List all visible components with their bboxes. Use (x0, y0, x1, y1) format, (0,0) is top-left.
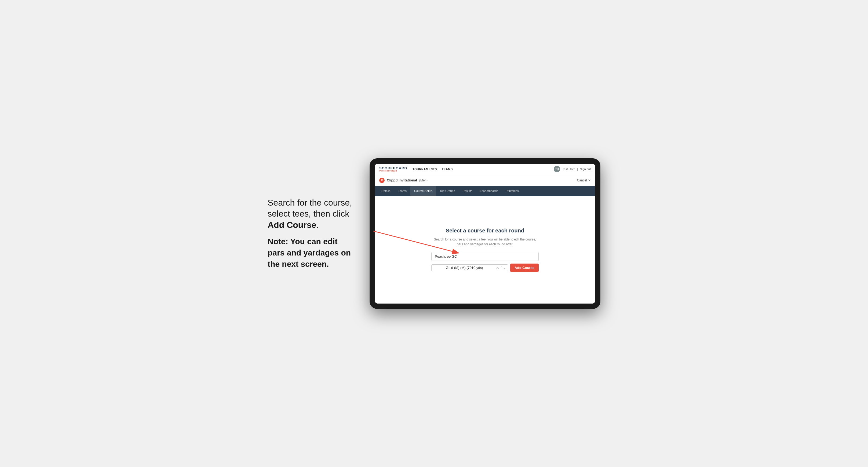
annotation-line2: Note: You can edit pars and yardages on … (268, 236, 353, 270)
tab-details[interactable]: Details (378, 186, 394, 196)
tee-select-text: Gold (M) (M) (7010 yds) (434, 266, 495, 270)
tournament-header: C Clippd Invitational (Men) Cancel ✕ (375, 175, 595, 186)
annotation-line1: Search for the course, select tees, then… (268, 197, 353, 231)
search-input-wrapper (431, 252, 539, 261)
tablet-device: SCOREBOARD Powered by clippd TOURNAMENTS… (370, 158, 600, 309)
tournament-name: Clippd Invitational (387, 178, 417, 182)
page-wrapper: Search for the course, select tees, then… (0, 148, 868, 320)
logo-area: SCOREBOARD Powered by clippd (379, 166, 407, 172)
annotation-area: Search for the course, select tees, then… (268, 197, 353, 270)
nav-right: TU Test User | Sign out (554, 166, 591, 172)
tab-leaderboards[interactable]: Leaderboards (476, 186, 502, 196)
card-title: Select a course for each round (431, 227, 539, 234)
logo-subtitle: Powered by clippd (379, 170, 407, 172)
user-label: Test User (562, 167, 575, 171)
cancel-button[interactable]: Cancel ✕ (577, 179, 591, 182)
tab-teams[interactable]: Teams (394, 186, 410, 196)
annotation-bold: Add Course (268, 220, 316, 230)
cancel-icon: ✕ (588, 179, 591, 182)
tee-select-control[interactable]: Gold (M) (M) (7010 yds) ✕ ⌃⌄ (431, 264, 508, 271)
logo-title: SCOREBOARD (379, 166, 407, 170)
tab-bar: Details Teams Course Setup Tee Groups Re… (375, 186, 595, 196)
nav-links: TOURNAMENTS TEAMS (412, 167, 453, 171)
cancel-label: Cancel (577, 179, 587, 182)
nav-link-teams[interactable]: TEAMS (442, 167, 453, 171)
tab-results[interactable]: Results (459, 186, 476, 196)
sign-out-link[interactable]: Sign out (580, 167, 591, 171)
tablet-screen: SCOREBOARD Powered by clippd TOURNAMENTS… (375, 164, 595, 304)
avatar: TU (554, 166, 560, 172)
tournament-gender: (Men) (419, 179, 428, 182)
tournament-title-area: C Clippd Invitational (Men) (379, 178, 428, 183)
tee-arrows-icon[interactable]: ⌃⌄ (500, 266, 506, 270)
tournament-icon: C (379, 178, 384, 183)
add-course-button[interactable]: Add Course (510, 263, 539, 272)
tab-tee-groups[interactable]: Tee Groups (436, 186, 459, 196)
tab-course-setup[interactable]: Course Setup (410, 186, 436, 196)
tab-printables[interactable]: Printables (502, 186, 523, 196)
top-nav: SCOREBOARD Powered by clippd TOURNAMENTS… (375, 164, 595, 175)
nav-link-tournaments[interactable]: TOURNAMENTS (412, 167, 437, 171)
course-search-input[interactable] (431, 252, 539, 261)
nav-separator: | (577, 167, 578, 171)
nav-left: SCOREBOARD Powered by clippd TOURNAMENTS… (379, 166, 453, 172)
tee-select-wrapper: Gold (M) (M) (7010 yds) ✕ ⌃⌄ Add Course (431, 263, 539, 272)
course-card: Select a course for each round Search fo… (431, 227, 539, 272)
card-description: Search for a course and select a tee. Yo… (431, 237, 539, 247)
tee-clear-icon[interactable]: ✕ (496, 266, 499, 270)
main-content: Select a course for each round Search fo… (375, 196, 595, 304)
